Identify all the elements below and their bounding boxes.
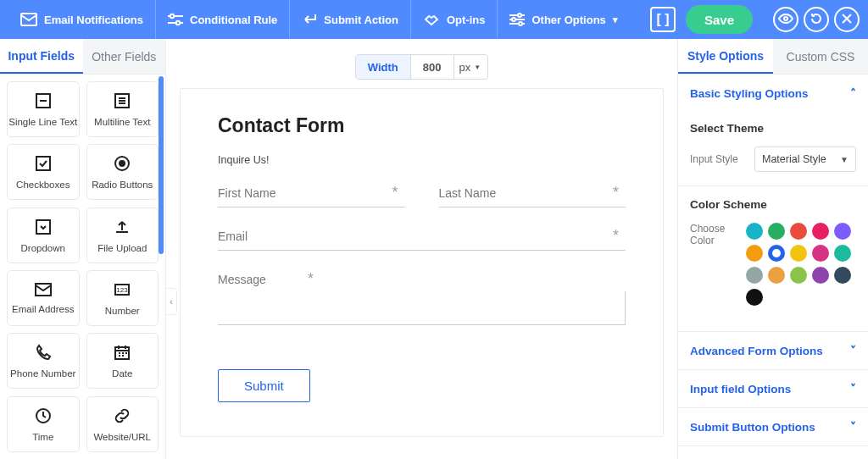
svg-rect-9: [36, 157, 50, 170]
width-unit[interactable]: px▼: [453, 55, 488, 79]
save-button[interactable]: Save: [686, 5, 753, 34]
color-swatch[interactable]: [790, 267, 807, 284]
redo-button[interactable]: [804, 7, 829, 32]
field-tile-radio-buttons[interactable]: Radio Buttons: [86, 144, 159, 200]
field-last-name[interactable]: Last Name *: [439, 186, 626, 207]
clock-icon: [34, 406, 53, 428]
form-title[interactable]: Contact Form: [218, 114, 626, 137]
field-tile-checkboxes[interactable]: Checkboxes: [7, 144, 80, 200]
acc-title: Submit Button Options: [690, 421, 815, 434]
color-swatch[interactable]: [812, 245, 829, 262]
field-tile-single-line-text[interactable]: Single Line Text: [7, 81, 80, 137]
top-toolbar: Email Notifications Conditional Rule Sub…: [0, 0, 868, 39]
svg-point-6: [784, 17, 787, 20]
tb-submit-action[interactable]: Submit Action: [290, 0, 411, 39]
field-tile-number[interactable]: 123Number: [86, 270, 159, 326]
tab-style-options[interactable]: Style Options: [678, 39, 773, 74]
acc-advanced-form[interactable]: Advanced Form Options ˅: [678, 332, 868, 369]
tb-optins[interactable]: Opt-ins: [411, 0, 498, 39]
collapse-left-handle[interactable]: ‹: [165, 288, 177, 315]
acc-input-field[interactable]: Input field Options ˅: [678, 370, 868, 407]
field-tile-email-address[interactable]: Email Address: [7, 270, 80, 326]
svg-point-5: [519, 22, 522, 25]
field-tile-date[interactable]: Date: [86, 333, 159, 389]
preview-button[interactable]: [773, 7, 798, 32]
upload-icon: [113, 218, 131, 239]
submit-button[interactable]: Submit: [218, 369, 310, 402]
tb-email-notifications[interactable]: Email Notifications: [8, 0, 156, 39]
form-subtitle[interactable]: Inquire Us!: [218, 154, 626, 166]
acc-submit-button[interactable]: Submit Button Options ˅: [678, 408, 868, 445]
acc-title: Basic Styling Options: [690, 87, 809, 100]
color-swatch[interactable]: [768, 245, 785, 262]
tile-label: Single Line Text: [8, 117, 77, 127]
color-swatch[interactable]: [746, 223, 763, 240]
field-tile-multiline-text[interactable]: Multiline Text: [86, 81, 159, 137]
options-icon: [509, 13, 525, 26]
chevron-up-icon: ˄: [850, 86, 856, 100]
bracket-icon: [ ]: [656, 12, 669, 27]
canvas-area: ‹ Width 800 px▼ Contact Form Inquire Us!…: [166, 39, 677, 459]
close-button[interactable]: [834, 7, 860, 32]
field-tile-website-url[interactable]: Website/URL: [86, 396, 159, 452]
svg-text:123: 123: [117, 286, 129, 294]
field-tile-time[interactable]: Time: [7, 396, 80, 452]
link-icon: [113, 406, 131, 428]
acc-basic-styling[interactable]: Basic Styling Options ˄: [678, 75, 868, 112]
tab-input-fields[interactable]: Input Fields: [0, 39, 83, 74]
mail-icon: [20, 13, 37, 26]
tab-custom-css[interactable]: Custom CSS: [773, 39, 868, 74]
color-swatch[interactable]: [790, 223, 807, 240]
lines-box-icon: [113, 91, 131, 113]
input-style-select[interactable]: Material Style ▼: [754, 147, 856, 172]
caret-down-icon: ▼: [474, 64, 481, 71]
required-icon: *: [613, 184, 619, 202]
tb-conditional-rule[interactable]: Conditional Rule: [156, 0, 290, 39]
field-message[interactable]: Message *: [218, 273, 626, 325]
color-swatch[interactable]: [834, 267, 851, 284]
field-email[interactable]: Email *: [218, 230, 626, 251]
tb-label: Opt-ins: [447, 14, 486, 26]
tile-label: Date: [112, 368, 132, 379]
color-swatch[interactable]: [812, 267, 829, 284]
color-swatch[interactable]: [768, 267, 785, 284]
radio-icon: [113, 154, 131, 175]
field-label: Last Name: [439, 186, 497, 200]
field-tile-phone-number[interactable]: Phone Number: [7, 333, 80, 389]
form-canvas[interactable]: Contact Form Inquire Us! First Name * La…: [180, 88, 664, 437]
dropdown-box-icon: [34, 218, 53, 239]
tab-other-fields[interactable]: Other Fields: [83, 39, 166, 74]
width-label: Width: [356, 55, 411, 79]
color-swatch[interactable]: [812, 223, 829, 240]
width-control[interactable]: Width 800 px▼: [355, 54, 488, 80]
color-swatch[interactable]: [834, 223, 851, 240]
handshake-icon: [423, 12, 440, 27]
color-swatch[interactable]: [746, 267, 763, 284]
svg-point-4: [512, 18, 515, 21]
field-tile-file-upload[interactable]: File Upload: [86, 207, 159, 263]
minus-box-icon: [34, 91, 53, 113]
tile-label: Website/URL: [93, 432, 151, 442]
shortcode-button[interactable]: [ ]: [650, 7, 676, 32]
tile-label: Checkboxes: [16, 180, 70, 190]
color-swatch[interactable]: [790, 245, 807, 262]
close-icon: [841, 13, 853, 27]
svg-point-2: [176, 21, 180, 25]
tb-other-options[interactable]: Other Options ▾: [498, 0, 629, 39]
tile-label: Radio Buttons: [92, 180, 153, 190]
width-value[interactable]: 800: [411, 61, 453, 74]
return-icon: [302, 13, 317, 26]
svg-point-1: [170, 14, 174, 18]
field-label: First Name: [218, 186, 275, 200]
phone-icon: [34, 343, 53, 364]
color-swatch[interactable]: [834, 245, 851, 262]
color-swatch[interactable]: [768, 223, 785, 240]
input-style-label: Input Style: [690, 153, 746, 165]
color-swatch[interactable]: [746, 245, 763, 262]
color-swatch[interactable]: [746, 289, 763, 306]
field-first-name[interactable]: First Name *: [218, 186, 405, 207]
field-grid[interactable]: Single Line TextMultiline TextCheckboxes…: [0, 75, 165, 459]
chevron-down-icon: ˅: [850, 344, 856, 357]
mail-icon: [34, 282, 53, 300]
field-tile-dropdown[interactable]: Dropdown: [7, 207, 80, 263]
